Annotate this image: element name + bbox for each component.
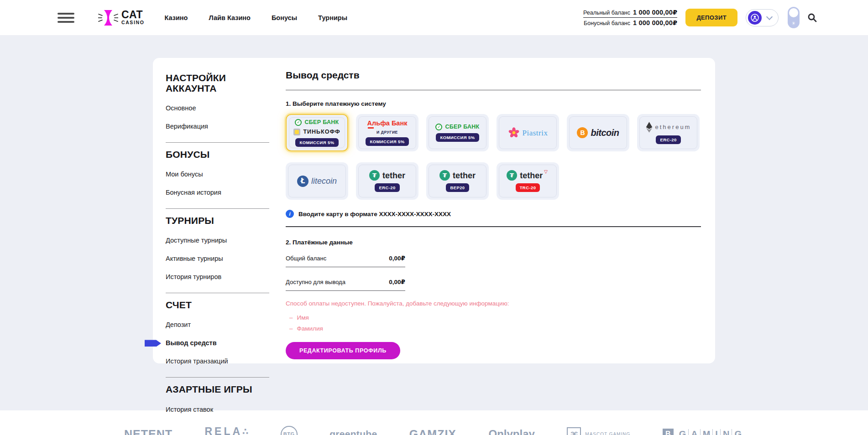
payment-method-tether-trc20[interactable]: ₮tether▽TRC-20 bbox=[497, 162, 559, 200]
balance-summary-value: 0,00₽ bbox=[389, 254, 405, 262]
divider bbox=[166, 208, 269, 209]
sidebar-item-мои-бонусы[interactable]: Мои бонусы bbox=[166, 171, 269, 178]
tether-icon: ₮ bbox=[439, 170, 450, 181]
missing-field-item: Имя bbox=[286, 314, 701, 321]
sidebar-section-title: АЗАРТНЫЕ ИГРЫ bbox=[166, 384, 269, 394]
balance-row: Реальный баланс1 000 000,00₽ bbox=[583, 7, 677, 17]
payment-method-name: tether bbox=[520, 171, 543, 180]
nav-item-3[interactable]: Турниры bbox=[318, 14, 347, 21]
payment-method-line: И ДРУГИЕ bbox=[376, 129, 398, 135]
divider bbox=[166, 142, 269, 143]
payment-method-name: litecoin bbox=[311, 177, 337, 185]
provider-logo-netent: NETENT bbox=[124, 428, 173, 435]
commission-badge: КОМИССИЯ 5% bbox=[436, 133, 479, 142]
commission-badge: ERC-20 bbox=[375, 183, 399, 192]
cat-logo-icon bbox=[98, 9, 118, 27]
toggle-knob bbox=[789, 8, 798, 17]
sber-icon: ✓ bbox=[295, 119, 302, 126]
theme-toggle[interactable]: ☀ bbox=[788, 7, 800, 28]
ethereum-icon bbox=[646, 122, 653, 133]
provider-letter: I bbox=[712, 429, 720, 435]
payment-method-sber[interactable]: ✓СБЕР БАНККОМИССИЯ 5% bbox=[426, 114, 489, 151]
divider bbox=[166, 377, 269, 378]
providers-footer: NETENTRELA∴GAMINGBTGgreentubeGAMZIXOnlyp… bbox=[0, 410, 868, 435]
bgaming-b-icon: B bbox=[663, 429, 674, 435]
commission-badge: КОМИССИЯ 5% bbox=[295, 138, 338, 147]
btg-circle-icon: BTG bbox=[281, 426, 298, 435]
nav-item-2[interactable]: Бонусы bbox=[272, 14, 297, 21]
sidebar-item-история-турниров[interactable]: История турниров bbox=[166, 273, 269, 280]
payment-method-name: ТИНЬКОФФ bbox=[303, 129, 340, 135]
user-avatar-icon bbox=[750, 13, 760, 23]
logo-title: CAT bbox=[121, 10, 144, 20]
search-button[interactable] bbox=[807, 12, 818, 23]
info-row: i Вводите карту в формате XXXX-XXXX-XXXX… bbox=[286, 210, 701, 218]
payment-method-line: ethereum bbox=[646, 122, 691, 133]
litecoin-icon: Ł bbox=[297, 176, 309, 187]
tinkoff-icon bbox=[293, 129, 300, 135]
page-title: Вывод средств bbox=[286, 70, 701, 81]
sidebar-item-история-транзакций[interactable]: История транзакций bbox=[166, 357, 269, 365]
commission-badge: BEP20 bbox=[446, 183, 469, 192]
payment-method-piastrix[interactable]: Piastrix bbox=[497, 114, 559, 151]
provider-logo-greentube: greentube bbox=[329, 429, 377, 435]
provider-letter: G bbox=[677, 429, 689, 435]
sidebar-item-вывод-средств[interactable]: Вывод средств bbox=[166, 339, 269, 347]
payment-method-name: tether bbox=[453, 171, 476, 180]
info-icon: i bbox=[286, 210, 294, 218]
sidebar-item-история-ставок[interactable]: История ставок bbox=[166, 406, 269, 413]
payment-method-sber-tinkoff[interactable]: ✓СБЕР БАНКТИНЬКОФФКОМИССИЯ 5% bbox=[286, 114, 348, 151]
tether-icon: ₮ bbox=[369, 170, 380, 181]
payment-method-name: Альфа Банк bbox=[367, 120, 408, 127]
provider-logo-gamzix: GAMZIX bbox=[409, 428, 456, 435]
balance-block: Реальный баланс1 000 000,00₽Бонусный бал… bbox=[583, 7, 677, 28]
provider-name: RELA bbox=[204, 425, 242, 435]
sun-icon: ☀ bbox=[788, 21, 800, 26]
balance-row: Бонусный баланс1 000 000,00₽ bbox=[583, 17, 677, 28]
sidebar-item-депозит[interactable]: Депозит bbox=[166, 321, 269, 328]
profile-menu[interactable] bbox=[746, 9, 779, 26]
logo-subtitle: CASINO bbox=[121, 20, 144, 25]
provider-letter: M bbox=[700, 429, 713, 435]
payment-method-tether-erc20[interactable]: ₮tetherERC-20 bbox=[356, 162, 418, 200]
edit-profile-button[interactable]: РЕДАКТИРОВАТЬ ПРОФИЛЬ bbox=[286, 342, 400, 359]
payment-method-alfa-bank[interactable]: Альфа БанкИ ДРУГИЕКОМИССИЯ 5% bbox=[356, 114, 418, 151]
payment-method-ethereum[interactable]: ethereumERC-20 bbox=[637, 114, 700, 151]
divider bbox=[286, 226, 701, 227]
logo[interactable]: CAT CASINO bbox=[98, 9, 144, 27]
payment-method-name: Piastrix bbox=[523, 129, 548, 137]
nav-item-1[interactable]: Лайв Казино bbox=[209, 14, 250, 21]
avatar bbox=[748, 11, 762, 25]
balance-summary-row: Доступно для вывода0,00₽ bbox=[286, 276, 405, 291]
main-content: Вывод средств 1. Выберите платежную сист… bbox=[269, 67, 701, 363]
balance-value: 1 000 000,00₽ bbox=[633, 19, 677, 26]
sidebar-item-основное[interactable]: Основное bbox=[166, 104, 269, 112]
payment-method-line: ✓СБЕР БАНК bbox=[295, 119, 339, 126]
sidebar-section-title: НАСТРОЙКИ АККАУНТА bbox=[166, 72, 269, 93]
info-text: Вводите карту в формате XXXX-XXXX-XXXX-X… bbox=[298, 211, 451, 218]
payment-methods-grid: ✓СБЕР БАНКТИНЬКОФФКОМИССИЯ 5%Альфа БанкИ… bbox=[286, 114, 701, 200]
sidebar-item-доступные-турниры[interactable]: Доступные турниры bbox=[166, 237, 269, 244]
active-item-arrow-icon bbox=[145, 340, 161, 347]
balance-value: 1 000 000,00₽ bbox=[633, 9, 677, 16]
piastrix-icon bbox=[508, 127, 520, 139]
nav-item-0[interactable]: Казино bbox=[164, 14, 188, 21]
commission-badge: КОМИССИЯ 5% bbox=[366, 137, 408, 146]
deposit-button[interactable]: ДЕПОЗИТ bbox=[685, 9, 737, 26]
balance-summary-label: Общий баланс bbox=[286, 255, 326, 262]
missing-field-item: Фамилия bbox=[286, 325, 701, 332]
sidebar-item-активные-турниры[interactable]: Активные турниры bbox=[166, 255, 269, 262]
payment-method-tether-bep20[interactable]: ₮tetherBEP20 bbox=[426, 162, 489, 200]
sidebar-item-верификация[interactable]: Верификация bbox=[166, 123, 269, 130]
sidebar-section-title: СЧЕТ bbox=[166, 300, 269, 310]
payment-method-bitcoin[interactable]: Bbitcoin bbox=[567, 114, 629, 151]
menu-icon[interactable] bbox=[58, 13, 74, 23]
provider-letter: G bbox=[732, 429, 744, 435]
sidebar-item-бонусная-история[interactable]: Бонусная история bbox=[166, 189, 269, 196]
balance-summary: Общий баланс0,00₽Доступно для вывода0,00… bbox=[286, 253, 701, 291]
payment-method-litecoin[interactable]: Łlitecoin bbox=[286, 162, 348, 200]
provider-name: MASCOT GAMING bbox=[585, 432, 630, 435]
sidebar: НАСТРОЙКИ АККАУНТАОсновноеВерификацияБОН… bbox=[166, 67, 269, 363]
account-panel: НАСТРОЙКИ АККАУНТАОсновноеВерификацияБОН… bbox=[153, 58, 715, 363]
main-nav: КазиноЛайв КазиноБонусыТурниры bbox=[164, 14, 347, 21]
